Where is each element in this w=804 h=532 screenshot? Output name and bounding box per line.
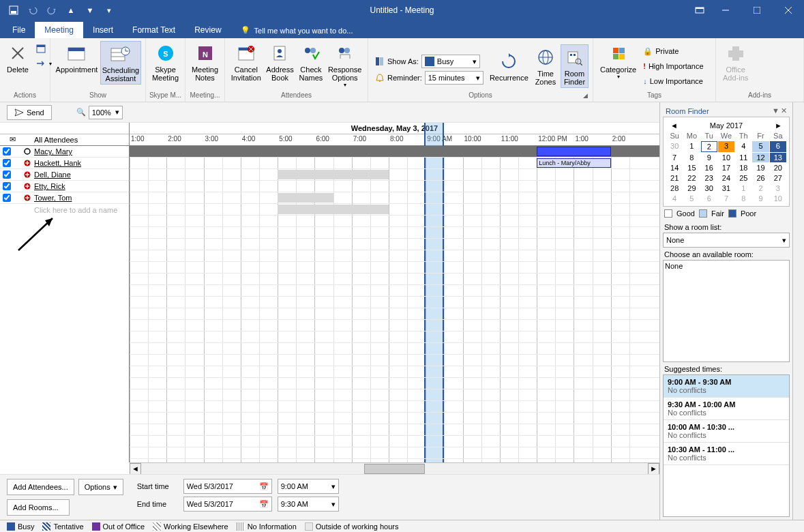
delete-button[interactable]: Delete: [4, 41, 31, 75]
calendar-day[interactable]: 9: [752, 194, 769, 203]
calendar-day[interactable]: 7: [666, 153, 683, 162]
room-finder-button[interactable]: Room Finder: [561, 44, 589, 88]
suggested-time-item[interactable]: 9:30 AM - 10:00 AMNo conflicts: [664, 398, 789, 420]
calendar-day[interactable]: 17: [718, 163, 734, 173]
pane-menu-icon[interactable]: ▼: [772, 106, 779, 115]
attendee-checkbox[interactable]: [3, 147, 11, 156]
calendar-day[interactable]: 2: [752, 183, 769, 193]
calendar-day[interactable]: 4: [666, 194, 683, 203]
qat-undo-icon[interactable]: [25, 2, 41, 18]
attendee-checkbox[interactable]: [3, 171, 11, 179]
calendar-day[interactable]: 2: [701, 141, 717, 152]
attendee-row[interactable]: Macy, Mary: [0, 146, 129, 158]
attendee-name[interactable]: Hackett, Hank: [34, 159, 81, 167]
calendar-day[interactable]: 1: [735, 183, 751, 193]
attendee-row[interactable]: Dell, Diane: [0, 169, 129, 181]
time-zones-button[interactable]: Time Zones: [532, 45, 559, 87]
add-rooms-button[interactable]: Add Rooms...: [7, 499, 70, 516]
tab-file[interactable]: File: [3, 22, 35, 38]
scroll-right-button[interactable]: ►: [648, 463, 659, 475]
pane-close-icon[interactable]: ✕: [781, 106, 787, 115]
categorize-button[interactable]: Categorize ▾: [597, 41, 639, 81]
address-book-button[interactable]: Address Book: [264, 41, 295, 83]
office-addins-button[interactable]: Office Add-ins: [720, 41, 751, 83]
calendar-day[interactable]: 24: [718, 173, 734, 183]
qat-save-icon[interactable]: [5, 2, 22, 18]
calendar-day[interactable]: 4: [735, 141, 751, 152]
meeting-notes-button[interactable]: N Meeting Notes: [190, 41, 220, 83]
time-grid[interactable]: Wednesday, May 3, 2017 1:002:003:004:005…: [130, 123, 659, 462]
calendar-day[interactable]: 12: [752, 153, 769, 162]
suggested-time-item[interactable]: 9:00 AM - 9:30 AMNo conflicts: [664, 375, 789, 398]
scroll-left-button[interactable]: ◄: [130, 463, 141, 475]
zoom-combo[interactable]: 100%▾: [89, 106, 123, 119]
suggested-time-item[interactable]: 10:30 AM - 11:00 ...No conflicts: [664, 443, 789, 465]
attendee-row[interactable]: Tower, Tom: [0, 192, 129, 204]
calendar-day[interactable]: 28: [666, 183, 683, 193]
end-time-combo[interactable]: 9:30 AM▾: [278, 497, 339, 512]
attendee-row[interactable]: Etty, Rick: [0, 181, 129, 192]
vertical-scrollbar[interactable]: [792, 102, 804, 520]
appointment-button[interactable]: Appointment: [55, 41, 99, 75]
tab-review[interactable]: Review: [185, 22, 230, 38]
reminder-combo[interactable]: 15 minutes ▾: [425, 71, 483, 85]
attendee-name[interactable]: Etty, Rick: [34, 182, 65, 190]
attendee-checkbox[interactable]: [3, 159, 11, 167]
calendar-day[interactable]: 30: [701, 183, 717, 193]
response-options-button[interactable]: Response Options ▾: [326, 41, 363, 89]
calendar-day[interactable]: 31: [718, 183, 734, 193]
calendar-day[interactable]: 30: [666, 141, 683, 152]
calendar-day[interactable]: 8: [735, 194, 751, 203]
low-importance-button[interactable]: ↓Low Importance: [640, 74, 706, 89]
skype-meeting-button[interactable]: S Skype Meeting: [150, 41, 181, 83]
calendar-day[interactable]: 7: [718, 194, 734, 203]
tab-format-text[interactable]: Format Text: [123, 22, 185, 38]
tab-insert[interactable]: Insert: [83, 22, 123, 38]
calendar-day[interactable]: 27: [770, 173, 786, 183]
zoom-icon[interactable]: 🔍: [76, 108, 86, 117]
start-time-combo[interactable]: 9:00 AM▾: [278, 479, 339, 494]
qat-redo-icon[interactable]: [44, 2, 60, 18]
calendar-day[interactable]: 20: [770, 163, 786, 173]
calendar-day[interactable]: 25: [735, 173, 751, 183]
calendar-day[interactable]: 11: [735, 153, 751, 162]
options-button[interactable]: Options▾: [78, 479, 123, 495]
appointment-lunch[interactable]: Lunch - Mary/Abby: [537, 158, 611, 168]
calendar-day[interactable]: 21: [666, 173, 683, 183]
suggested-time-item[interactable]: 10:00 AM - 10:30 ...No conflicts: [664, 420, 789, 443]
tab-meeting[interactable]: Meeting: [35, 22, 83, 38]
calendar-day[interactable]: 19: [752, 163, 769, 173]
room-list-combo[interactable]: None▾: [663, 233, 790, 248]
calendar-day[interactable]: 1: [683, 141, 700, 152]
recurrence-button[interactable]: Recurrence: [488, 49, 531, 83]
calendar-day[interactable]: 8: [683, 153, 700, 162]
calendar-day[interactable]: 6: [770, 141, 786, 152]
calendar-day[interactable]: 13: [770, 153, 786, 162]
send-button[interactable]: Send: [7, 105, 52, 120]
calendar-day[interactable]: 23: [701, 173, 717, 183]
calendar-day[interactable]: 14: [666, 163, 683, 173]
available-rooms-list[interactable]: None: [663, 260, 790, 362]
minimize-button[interactable]: [710, 0, 741, 20]
calendar-day[interactable]: 10: [770, 194, 786, 203]
scheduling-assistant-button[interactable]: Scheduling Assistant: [100, 41, 141, 85]
calendar-day[interactable]: 22: [683, 173, 700, 183]
horizontal-scrollbar[interactable]: ◄ ►: [130, 462, 659, 474]
attendee-checkbox[interactable]: [3, 182, 11, 190]
calendar-day[interactable]: 16: [701, 163, 717, 173]
add-attendees-button[interactable]: Add Attendees...: [7, 479, 74, 495]
calendar-day[interactable]: 29: [683, 183, 700, 193]
close-button[interactable]: [773, 0, 804, 20]
attendee-name[interactable]: Tower, Tom: [34, 194, 72, 202]
calendar-day[interactable]: 18: [735, 163, 751, 173]
start-date-combo[interactable]: Wed 5/3/2017📅: [183, 479, 272, 494]
calendar-day[interactable]: 3: [718, 141, 734, 152]
calendar-day[interactable]: 6: [701, 194, 717, 203]
end-date-combo[interactable]: Wed 5/3/2017📅: [183, 497, 272, 512]
calendar-day[interactable]: 3: [770, 183, 786, 193]
calendar-day[interactable]: 15: [683, 163, 700, 173]
attendee-name[interactable]: Macy, Mary: [34, 147, 72, 156]
calendar-day[interactable]: 5: [752, 141, 769, 152]
ribbon-options-icon[interactable]: [689, 0, 710, 20]
options-dialog-launcher[interactable]: ◢: [583, 92, 591, 100]
